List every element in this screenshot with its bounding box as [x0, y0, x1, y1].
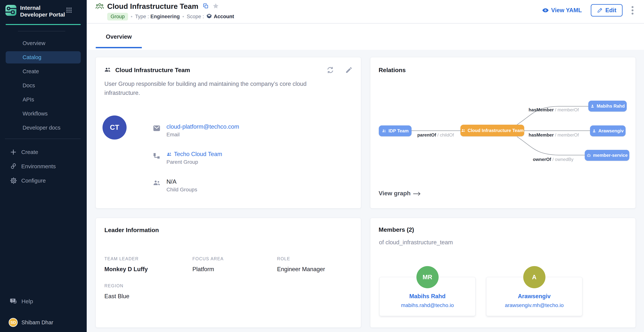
person-icon — [592, 129, 596, 133]
field-value: Engineer Manager — [277, 266, 325, 273]
field-label: FOCUS AREA — [192, 256, 277, 261]
member-email-link[interactable]: mabihs.rahd@techo.io — [380, 302, 475, 308]
sidebar-item-create[interactable]: Create — [0, 64, 87, 78]
brand: Internal Developer Portal — [0, 0, 87, 21]
type-label: Type : — [135, 14, 149, 19]
sidebar-action-create[interactable]: Create — [0, 145, 87, 159]
email-label: Email — [166, 132, 239, 138]
edit-button[interactable]: Edit — [591, 4, 622, 16]
tab-overview[interactable]: Overview — [96, 24, 142, 50]
field-focus-area: FOCUS AREA Platform — [192, 256, 277, 273]
field-label: REGION — [104, 283, 130, 288]
field-role: ROLE Engineer Manager — [277, 256, 325, 273]
favorite-star-icon[interactable] — [212, 3, 219, 10]
parent-group-link[interactable]: Techo Cloud Team — [166, 151, 222, 158]
members-card: Members (2) of cloud_infrastructure_team… — [370, 218, 636, 328]
node-label: IDP Team — [388, 128, 408, 134]
page-header: Cloud Infrastructure Team Group • Type :… — [87, 0, 644, 23]
member-tile: A Arawsengiv arawsengiv.mh@techo.io — [486, 277, 582, 316]
tab-bar: Overview — [87, 24, 644, 50]
group-icon — [104, 66, 112, 74]
pencil-icon — [597, 7, 602, 13]
hexagons-icon — [10, 163, 17, 170]
eye-icon — [542, 7, 549, 14]
refresh-icon[interactable] — [326, 66, 334, 74]
card-title: Leader Information — [104, 227, 159, 234]
relation-node-idp-team[interactable]: IDP Team — [379, 126, 412, 136]
layers-icon — [206, 13, 212, 20]
user-avatar: SD — [9, 318, 18, 327]
people-icon — [382, 129, 386, 133]
sidebar-item-apis[interactable]: APIs — [0, 93, 87, 107]
copy-icon[interactable] — [203, 3, 208, 9]
sidebar-item-developer-docs[interactable]: Developer docs — [0, 121, 87, 135]
field-value: East Blue — [104, 293, 130, 300]
view-yaml-button[interactable]: View YAML — [542, 7, 582, 14]
sidebar-item-catalog[interactable]: Catalog — [6, 51, 81, 63]
parent-group-name: Techo Cloud Team — [174, 151, 222, 158]
sidebar-spacer — [0, 188, 87, 294]
member-avatar: MR — [416, 266, 438, 288]
relation-node-member-service[interactable]: member-service — [585, 150, 629, 161]
plus-icon — [10, 149, 17, 156]
user-menu[interactable]: SD Shibam Dhar — [0, 315, 87, 330]
leader-info-card: Leader Information TEAM LEADER Monkey D … — [96, 218, 361, 328]
child-groups-icon — [152, 179, 161, 188]
sidebar-item-overview[interactable]: Overview — [0, 36, 87, 50]
person-icon — [590, 104, 595, 108]
primary-nav: Overview Catalog Create Docs APIs Workfl… — [0, 36, 87, 135]
node-label: Mabihs Rahd — [596, 103, 625, 109]
brand-accent-bar — [6, 24, 81, 25]
edge-label-hasmember-top: hasMember / memberOf — [529, 107, 579, 113]
card-title: Relations — [378, 67, 406, 74]
secondary-nav: Create Environments Configu — [0, 145, 87, 188]
sidebar: Internal Developer Portal Overview Catal… — [0, 0, 87, 332]
sidebar-action-configure[interactable]: Configure — [0, 173, 87, 188]
user-name: Shibam Dhar — [22, 320, 53, 326]
team-email-link[interactable]: cloud-platform@techco.com — [166, 123, 239, 130]
relation-node-arawsengiv[interactable]: Arawsengiv — [590, 126, 626, 136]
sidebar-action-label: Create — [21, 149, 38, 155]
card-title: Cloud Infrastructure Team — [115, 67, 190, 74]
arrow-right-icon — [413, 191, 421, 196]
email-row: cloud-platform@techco.com Email — [152, 123, 239, 142]
view-graph-link[interactable]: View graph — [378, 190, 421, 197]
parent-group-label: Parent Group — [166, 159, 222, 165]
field-label: TEAM LEADER — [104, 256, 192, 261]
member-avatar: A — [523, 266, 546, 288]
field-region: REGION East Blue — [104, 283, 130, 300]
field-value: Platform — [192, 266, 277, 273]
relation-node-cloud-infrastructure-team[interactable]: Cloud Infrastructure Team — [460, 125, 524, 136]
tab-label: Overview — [106, 33, 132, 40]
svg-text:?: ? — [12, 299, 14, 302]
bot-icon — [586, 153, 591, 158]
active-tab-indicator — [96, 47, 142, 48]
sidebar-item-docs[interactable]: Docs — [0, 78, 87, 93]
scope-label: Scope : — [187, 14, 204, 19]
kind-badge: Group — [107, 13, 128, 20]
sidebar-action-environments[interactable]: Environments — [0, 159, 87, 173]
help-button[interactable]: ? Help — [0, 294, 87, 309]
group-mini-icon — [166, 151, 172, 157]
app-title: Internal Developer Portal — [20, 4, 66, 18]
email-icon — [152, 124, 161, 133]
nav-divider — [5, 139, 81, 139]
members-subtitle: of cloud_infrastructure_team — [379, 239, 453, 246]
app-logo-icon — [5, 4, 17, 17]
type-value: Engineering — [150, 14, 180, 19]
team-avatar: CT — [102, 116, 126, 140]
scope-value: Account — [214, 14, 234, 19]
main-content: Cloud Infrastructure Team User Group res… — [87, 50, 644, 332]
member-email-link[interactable]: arawsengiv.mh@techo.io — [486, 302, 582, 308]
member-name-link[interactable]: Mabihs Rahd — [380, 293, 475, 300]
node-label: Arawsengiv — [598, 128, 624, 134]
edit-card-icon[interactable] — [345, 66, 353, 74]
child-groups-label: Child Groups — [166, 187, 197, 193]
relation-node-mabihs-rahd[interactable]: Mabihs Rahd — [588, 101, 627, 112]
sidebar-item-workflows[interactable]: Workflows — [0, 107, 87, 121]
more-options-icon[interactable] — [630, 5, 634, 15]
entity-meta: Group • Type : Engineering • Scope : Acc… — [107, 13, 234, 20]
member-name-link[interactable]: Arawsengiv — [486, 293, 582, 300]
gear-icon — [10, 177, 17, 184]
apps-grid-icon[interactable] — [66, 7, 72, 14]
